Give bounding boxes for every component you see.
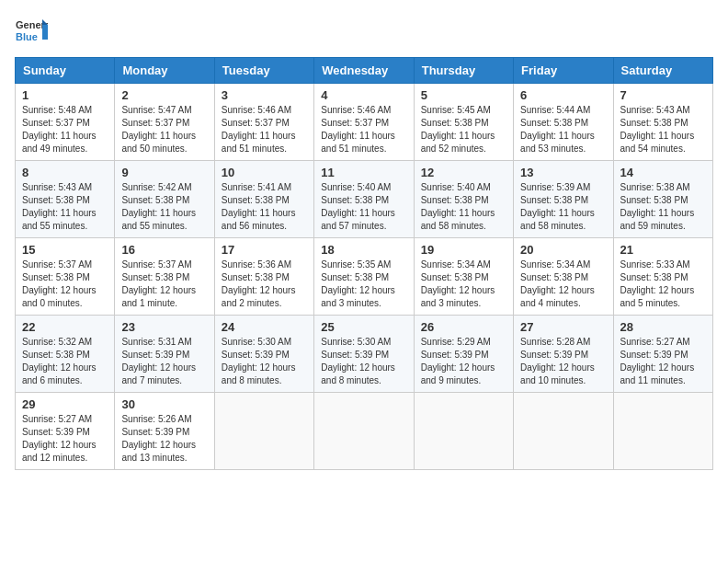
day-number: 23 bbox=[121, 320, 207, 334]
day-info: Sunrise: 5:37 AMSunset: 5:38 PMDaylight:… bbox=[22, 259, 108, 310]
day-number: 1 bbox=[22, 88, 108, 102]
table-row: 1Sunrise: 5:48 AMSunset: 5:37 PMDaylight… bbox=[16, 84, 115, 161]
day-number: 20 bbox=[520, 243, 606, 257]
table-row: 2Sunrise: 5:47 AMSunset: 5:37 PMDaylight… bbox=[115, 84, 214, 161]
calendar-week-row: 15Sunrise: 5:37 AMSunset: 5:38 PMDayligh… bbox=[16, 238, 713, 316]
svg-text:Blue: Blue bbox=[16, 31, 38, 42]
day-number: 25 bbox=[321, 320, 406, 334]
table-row: 27Sunrise: 5:28 AMSunset: 5:39 PMDayligh… bbox=[514, 316, 613, 393]
day-number: 26 bbox=[421, 320, 506, 334]
table-row: 11Sunrise: 5:40 AMSunset: 5:38 PMDayligh… bbox=[314, 161, 414, 238]
day-number: 14 bbox=[620, 166, 706, 179]
table-row: 21Sunrise: 5:33 AMSunset: 5:38 PMDayligh… bbox=[613, 238, 712, 316]
table-row bbox=[314, 393, 414, 470]
day-number: 9 bbox=[121, 166, 207, 179]
table-row: 15Sunrise: 5:37 AMSunset: 5:38 PMDayligh… bbox=[16, 238, 115, 316]
calendar-table: Sunday Monday Tuesday Wednesday Thursday… bbox=[15, 57, 713, 470]
day-info: Sunrise: 5:34 AMSunset: 5:38 PMDaylight:… bbox=[421, 259, 506, 310]
table-row: 28Sunrise: 5:27 AMSunset: 5:39 PMDayligh… bbox=[613, 316, 712, 393]
day-info: Sunrise: 5:47 AMSunset: 5:37 PMDaylight:… bbox=[121, 104, 207, 155]
col-tuesday: Tuesday bbox=[214, 58, 313, 84]
day-number: 16 bbox=[121, 243, 207, 257]
calendar-week-row: 29Sunrise: 5:27 AMSunset: 5:39 PMDayligh… bbox=[16, 393, 713, 470]
col-monday: Monday bbox=[115, 58, 214, 84]
table-row: 10Sunrise: 5:41 AMSunset: 5:38 PMDayligh… bbox=[214, 161, 313, 238]
col-sunday: Sunday bbox=[16, 58, 115, 84]
day-info: Sunrise: 5:29 AMSunset: 5:39 PMDaylight:… bbox=[421, 336, 506, 387]
day-number: 11 bbox=[321, 166, 406, 179]
day-number: 7 bbox=[620, 88, 706, 102]
day-number: 10 bbox=[222, 166, 307, 179]
day-number: 2 bbox=[121, 88, 207, 102]
table-row: 17Sunrise: 5:36 AMSunset: 5:38 PMDayligh… bbox=[214, 238, 313, 316]
calendar-header-row: Sunday Monday Tuesday Wednesday Thursday… bbox=[16, 58, 713, 84]
day-number: 21 bbox=[620, 243, 706, 257]
day-info: Sunrise: 5:48 AMSunset: 5:37 PMDaylight:… bbox=[22, 104, 108, 155]
col-wednesday: Wednesday bbox=[314, 58, 414, 84]
table-row: 5Sunrise: 5:45 AMSunset: 5:38 PMDaylight… bbox=[414, 84, 513, 161]
day-info: Sunrise: 5:32 AMSunset: 5:38 PMDaylight:… bbox=[22, 336, 108, 387]
col-friday: Friday bbox=[514, 58, 613, 84]
day-number: 17 bbox=[222, 243, 307, 257]
day-number: 12 bbox=[421, 166, 506, 179]
svg-rect-3 bbox=[42, 25, 48, 40]
day-number: 15 bbox=[22, 243, 108, 257]
day-number: 18 bbox=[321, 243, 406, 257]
col-saturday: Saturday bbox=[613, 58, 712, 84]
table-row: 24Sunrise: 5:30 AMSunset: 5:39 PMDayligh… bbox=[214, 316, 313, 393]
day-info: Sunrise: 5:44 AMSunset: 5:38 PMDaylight:… bbox=[520, 104, 606, 155]
day-info: Sunrise: 5:43 AMSunset: 5:38 PMDaylight:… bbox=[22, 181, 108, 233]
table-row: 18Sunrise: 5:35 AMSunset: 5:38 PMDayligh… bbox=[314, 238, 414, 316]
day-info: Sunrise: 5:46 AMSunset: 5:37 PMDaylight:… bbox=[222, 104, 307, 155]
day-info: Sunrise: 5:26 AMSunset: 5:39 PMDaylight:… bbox=[121, 413, 207, 465]
table-row: 14Sunrise: 5:38 AMSunset: 5:38 PMDayligh… bbox=[613, 161, 712, 238]
day-info: Sunrise: 5:28 AMSunset: 5:39 PMDaylight:… bbox=[520, 336, 606, 387]
day-number: 24 bbox=[222, 320, 307, 334]
col-thursday: Thursday bbox=[414, 58, 513, 84]
day-number: 8 bbox=[22, 166, 108, 179]
table-row: 3Sunrise: 5:46 AMSunset: 5:37 PMDaylight… bbox=[214, 84, 313, 161]
table-row: 6Sunrise: 5:44 AMSunset: 5:38 PMDaylight… bbox=[514, 84, 613, 161]
day-info: Sunrise: 5:42 AMSunset: 5:38 PMDaylight:… bbox=[121, 181, 207, 233]
day-info: Sunrise: 5:30 AMSunset: 5:39 PMDaylight:… bbox=[222, 336, 307, 387]
day-info: Sunrise: 5:39 AMSunset: 5:38 PMDaylight:… bbox=[520, 181, 606, 233]
table-row: 13Sunrise: 5:39 AMSunset: 5:38 PMDayligh… bbox=[514, 161, 613, 238]
logo: General Blue bbox=[15, 15, 48, 48]
day-info: Sunrise: 5:35 AMSunset: 5:38 PMDaylight:… bbox=[321, 259, 406, 310]
table-row: 30Sunrise: 5:26 AMSunset: 5:39 PMDayligh… bbox=[115, 393, 214, 470]
day-number: 4 bbox=[321, 88, 406, 102]
table-row: 4Sunrise: 5:46 AMSunset: 5:37 PMDaylight… bbox=[314, 84, 414, 161]
day-number: 22 bbox=[22, 320, 108, 334]
table-row: 22Sunrise: 5:32 AMSunset: 5:38 PMDayligh… bbox=[16, 316, 115, 393]
day-info: Sunrise: 5:33 AMSunset: 5:38 PMDaylight:… bbox=[620, 259, 706, 310]
day-number: 19 bbox=[421, 243, 506, 257]
day-number: 29 bbox=[22, 397, 108, 411]
day-number: 3 bbox=[222, 88, 307, 102]
day-number: 5 bbox=[421, 88, 506, 102]
table-row bbox=[613, 393, 712, 470]
day-info: Sunrise: 5:41 AMSunset: 5:38 PMDaylight:… bbox=[222, 181, 307, 233]
table-row: 16Sunrise: 5:37 AMSunset: 5:38 PMDayligh… bbox=[115, 238, 214, 316]
table-row bbox=[414, 393, 513, 470]
day-info: Sunrise: 5:38 AMSunset: 5:38 PMDaylight:… bbox=[620, 181, 706, 233]
day-info: Sunrise: 5:27 AMSunset: 5:39 PMDaylight:… bbox=[22, 413, 108, 465]
day-info: Sunrise: 5:27 AMSunset: 5:39 PMDaylight:… bbox=[620, 336, 706, 387]
table-row: 23Sunrise: 5:31 AMSunset: 5:39 PMDayligh… bbox=[115, 316, 214, 393]
calendar-week-row: 8Sunrise: 5:43 AMSunset: 5:38 PMDaylight… bbox=[16, 161, 713, 238]
day-info: Sunrise: 5:34 AMSunset: 5:38 PMDaylight:… bbox=[520, 259, 606, 310]
day-number: 28 bbox=[620, 320, 706, 334]
table-row bbox=[514, 393, 613, 470]
table-row: 29Sunrise: 5:27 AMSunset: 5:39 PMDayligh… bbox=[16, 393, 115, 470]
logo-icon: General Blue bbox=[15, 15, 48, 48]
table-row: 9Sunrise: 5:42 AMSunset: 5:38 PMDaylight… bbox=[115, 161, 214, 238]
day-info: Sunrise: 5:40 AMSunset: 5:38 PMDaylight:… bbox=[321, 181, 406, 233]
day-number: 13 bbox=[520, 166, 606, 179]
day-number: 30 bbox=[121, 397, 207, 411]
table-row: 8Sunrise: 5:43 AMSunset: 5:38 PMDaylight… bbox=[16, 161, 115, 238]
day-info: Sunrise: 5:31 AMSunset: 5:39 PMDaylight:… bbox=[121, 336, 207, 387]
day-number: 27 bbox=[520, 320, 606, 334]
day-info: Sunrise: 5:36 AMSunset: 5:38 PMDaylight:… bbox=[222, 259, 307, 310]
day-info: Sunrise: 5:37 AMSunset: 5:38 PMDaylight:… bbox=[121, 259, 207, 310]
table-row: 19Sunrise: 5:34 AMSunset: 5:38 PMDayligh… bbox=[414, 238, 513, 316]
day-info: Sunrise: 5:46 AMSunset: 5:37 PMDaylight:… bbox=[321, 104, 406, 155]
